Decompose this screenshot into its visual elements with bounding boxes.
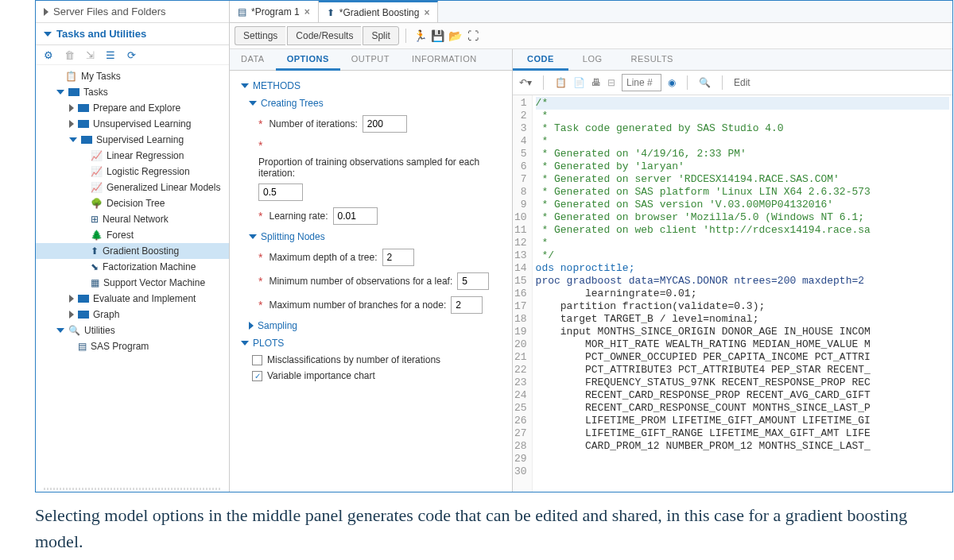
tree-item-supervised-learning[interactable]: Supervised Learning	[36, 132, 229, 148]
splitting-nodes-group[interactable]: Splitting Nodes	[241, 228, 501, 245]
paste-icon[interactable]: 📄	[573, 77, 585, 88]
tree-item-unsupervised-learning[interactable]: Unsupervised Learning	[36, 116, 229, 132]
code-tabs: CODELOGRESULTS	[513, 49, 952, 71]
learning-rate-input[interactable]	[333, 207, 378, 225]
settings-button[interactable]: Settings	[235, 26, 285, 45]
misclass-checkbox[interactable]	[252, 355, 262, 365]
tree-item-decision-tree[interactable]: 🌳Decision Tree	[36, 195, 229, 211]
chevron-right-icon	[44, 8, 48, 16]
code-panel: CODELOGRESULTS ↶▾ 📋 📄 🖶 ⊟ ◉ 🔍 Edit	[513, 49, 952, 492]
options-tab-options[interactable]: OPTIONS	[276, 49, 340, 71]
edit-button[interactable]: Edit	[734, 77, 750, 88]
tree-item-tasks[interactable]: Tasks	[36, 84, 229, 100]
learning-rate-row: *Learning rate:	[241, 204, 501, 228]
close-icon[interactable]: ×	[424, 7, 429, 18]
section-label: Server Files and Folders	[53, 6, 166, 17]
chevron-down-icon	[249, 234, 257, 239]
proportion-row: *Proportion of training observations sam…	[241, 136, 501, 204]
tree-item-gradient-boosting[interactable]: ⬆Gradient Boosting	[36, 243, 229, 259]
find-icon[interactable]: 🔍	[699, 77, 711, 88]
options-tab-information[interactable]: INFORMATION	[401, 49, 488, 70]
field-label: Number of iterations:	[269, 118, 357, 129]
go-icon[interactable]: ◉	[668, 77, 676, 88]
folder-icon	[78, 104, 89, 112]
tab--gradient-boosting[interactable]: ⬆*Gradient Boosting ×	[319, 1, 439, 22]
num-iterations-input[interactable]	[363, 115, 407, 133]
section-tasks-utilities[interactable]: Tasks and Utilities	[36, 23, 229, 45]
max-branches-input[interactable]	[451, 296, 483, 314]
refresh-icon[interactable]: ⟳	[125, 48, 138, 61]
run-icon[interactable]: 🏃	[413, 28, 429, 44]
tree-item-prepare-and-explore[interactable]: Prepare and Explore	[36, 100, 229, 116]
options-tabs: DATAOPTIONSOUTPUTINFORMATION	[230, 49, 512, 71]
list-icon[interactable]: ☰	[104, 48, 117, 61]
options-tab-output[interactable]: OUTPUT	[340, 49, 401, 70]
tree-item-utilities[interactable]: 🔍Utilities	[36, 322, 229, 338]
tree-item-graph[interactable]: Graph	[36, 307, 229, 322]
fact-icon: ⬊	[91, 261, 99, 272]
net-icon: ⊞	[91, 214, 99, 225]
copy-icon[interactable]: 📋	[555, 77, 567, 88]
settings-icon[interactable]: ⚙	[42, 48, 55, 61]
section-server-files[interactable]: Server Files and Folders	[36, 1, 229, 23]
options-tab-data[interactable]: DATA	[230, 49, 276, 70]
varimp-checkbox[interactable]: ✓	[252, 371, 262, 381]
tree-icon: 🌳	[91, 198, 103, 209]
tree-item-label: Logistic Regression	[107, 166, 190, 177]
tree-item-label: My Tasks	[81, 71, 121, 82]
sampling-group[interactable]: Sampling	[241, 317, 501, 334]
max-depth-input[interactable]	[382, 249, 414, 266]
creating-trees-group[interactable]: Creating Trees	[241, 95, 501, 112]
svm-icon: ▦	[91, 277, 99, 288]
tree-item-my-tasks[interactable]: 📋My Tasks	[36, 68, 229, 84]
folder-icon	[78, 295, 89, 303]
split-button[interactable]: Split	[363, 26, 398, 45]
tree-item-label: Support Vector Machine	[103, 277, 205, 288]
tree-item-sas-program[interactable]: ▤SAS Program	[36, 338, 229, 354]
field-label: Proportion of training observations samp…	[258, 156, 501, 179]
proportion-input[interactable]	[258, 183, 303, 201]
close-icon[interactable]: ×	[304, 6, 310, 17]
save-icon[interactable]: 💾	[430, 28, 446, 44]
tab--program-1[interactable]: ▤*Program 1 ×	[230, 1, 319, 22]
code-tab-results[interactable]: RESULTS	[617, 49, 688, 70]
indent-icon[interactable]: ⊟	[607, 77, 615, 88]
tree-item-logistic-regression[interactable]: 📈Logistic Regression	[36, 164, 229, 180]
tree-item-linear-regression[interactable]: 📈Linear Regression	[36, 148, 229, 164]
required-icon: *	[258, 210, 262, 222]
line-number-input[interactable]	[622, 74, 661, 91]
tree-item-neural-network[interactable]: ⊞Neural Network	[36, 211, 229, 227]
code-tab-log[interactable]: LOG	[568, 49, 617, 70]
undo-icon[interactable]: ↶▾	[519, 77, 532, 88]
min-obs-row: *Minimum number of observations for a le…	[241, 269, 501, 293]
plots-group[interactable]: PLOTS	[241, 334, 501, 352]
tree-item-evaluate-and-implement[interactable]: Evaluate and Implement	[36, 291, 229, 307]
min-obs-input[interactable]	[457, 272, 489, 290]
tree-item-label: Gradient Boosting	[103, 245, 179, 257]
clipboard-icon: 📋	[65, 71, 77, 82]
code-editor[interactable]: 1 2 3 4 5 6 7 8 9 10 11 12 13 14 15 16 1…	[513, 95, 952, 492]
resize-handle[interactable]	[44, 488, 221, 490]
chevron-down-icon	[241, 341, 249, 346]
code-tab-code[interactable]: CODE	[513, 49, 568, 71]
open-icon[interactable]: 📂	[448, 28, 463, 44]
export-icon[interactable]: ⇲	[83, 48, 96, 61]
print-icon[interactable]: 🖶	[591, 77, 601, 88]
trash-icon[interactable]: 🗑	[63, 48, 76, 61]
checkbox-label: Misclassifications by number of iteratio…	[267, 354, 440, 365]
methods-group[interactable]: METHODS	[241, 77, 501, 95]
tree-item-generalized-linear-models[interactable]: 📈Generalized Linear Models	[36, 180, 229, 195]
expand-icon[interactable]: ⛶	[465, 28, 481, 44]
tree-item-label: Supervised Learning	[96, 134, 184, 145]
section-label: Tasks and Utilities	[56, 28, 146, 40]
separator	[722, 75, 723, 90]
folder-icon	[68, 88, 80, 96]
tree-item-forest[interactable]: 🌲Forest	[36, 227, 229, 243]
tree-item-support-vector-machine[interactable]: ▦Support Vector Machine	[36, 275, 229, 291]
tree-item-label: Prepare and Explore	[93, 102, 180, 114]
code-results-button[interactable]: Code/Results	[287, 26, 361, 45]
separator	[405, 29, 406, 43]
chevron-down-icon	[249, 101, 257, 106]
tree-item-factorization-machine[interactable]: ⬊Factorization Machine	[36, 259, 229, 275]
chevron-right-icon	[249, 322, 254, 330]
